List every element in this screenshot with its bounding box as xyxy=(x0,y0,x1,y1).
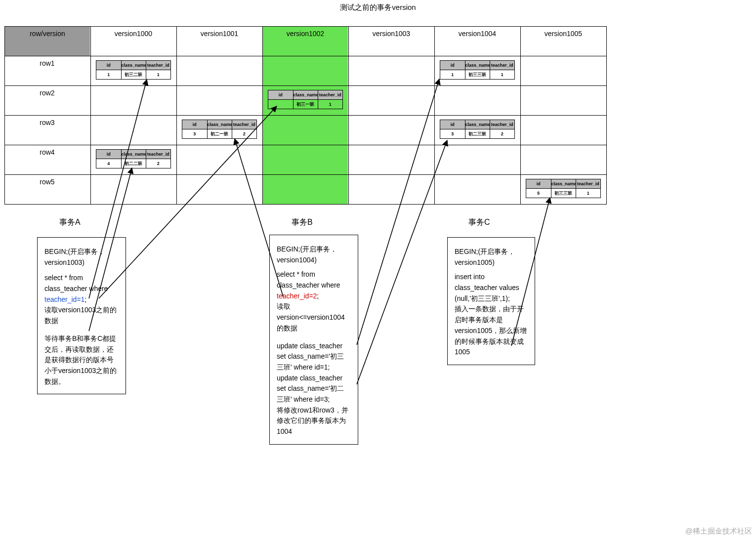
td: 初二三班 xyxy=(465,129,490,139)
col-header-v1002: version1002 xyxy=(262,30,348,38)
td: 1 xyxy=(146,70,170,80)
td: 初三三班 xyxy=(551,189,576,198)
tx-a-read: 读取version1003之前的数据 xyxy=(44,305,119,326)
minitable-r1-v1004: id class_name teacher_id 1 初三三班 1 xyxy=(440,60,515,80)
col-header-rowver: row/version xyxy=(4,30,90,38)
col-header-v1005: version1005 xyxy=(520,30,606,38)
td: 4 xyxy=(96,159,121,168)
tx-b-note: 将修改row1和row3，并修改它们的事务版本为1004 xyxy=(277,405,351,437)
th-teacherid: teacher_id xyxy=(490,61,514,70)
th-teacherid: teacher_id xyxy=(146,61,170,70)
grid-line xyxy=(4,174,606,175)
text: select * from class_teacher where xyxy=(277,270,340,289)
row-label-3: row3 xyxy=(4,119,90,126)
minitable-r5-v1005: id class_name teacher_id 5 初三三班 1 xyxy=(526,179,601,198)
th-classname: class_name xyxy=(207,120,232,129)
row-label-5: row5 xyxy=(4,178,90,186)
svg-line-5 xyxy=(357,140,447,384)
th-classname: class_name xyxy=(465,61,490,70)
svg-line-4 xyxy=(357,79,439,345)
td: 初三二班 xyxy=(121,70,146,80)
tx-c-label: 事务C xyxy=(468,217,490,228)
td: 2 xyxy=(490,129,514,139)
th-classname: class_name xyxy=(293,90,318,100)
th-id: id xyxy=(440,61,465,70)
td: 2 xyxy=(146,159,170,168)
th-id: id xyxy=(96,150,121,159)
td: 2 xyxy=(232,129,256,139)
td: 1 xyxy=(96,70,121,80)
td: 初三一班 xyxy=(293,100,318,109)
tx-b-upd2: update class_teacher set class_name='初二三… xyxy=(277,373,351,405)
minitable-r3-v1004: id class_name teacher_id 3 初二三班 2 xyxy=(440,120,515,139)
tx-b-upd1: update class_teacher set class_name='初三三… xyxy=(277,341,351,373)
tx-b-select: select * from class_teacher where teache… xyxy=(277,269,351,301)
text: ; xyxy=(317,292,319,300)
tx-b-label: 事务B xyxy=(292,217,313,228)
grid-line xyxy=(262,26,263,205)
th-teacherid: teacher_id xyxy=(232,120,256,129)
td: 1 xyxy=(576,189,600,198)
grid-line xyxy=(4,26,606,27)
td: 初二一班 xyxy=(207,129,232,139)
th-id: id xyxy=(268,90,293,100)
tx-a-label: 事务A xyxy=(59,217,81,228)
tx-b-begin: BEGIN;(开启事务，version1004) xyxy=(277,244,351,265)
grid-line xyxy=(348,26,349,205)
minitable-r1-v1000: id class_name teacher_id 1 初三二班 1 xyxy=(96,60,171,80)
grid-line xyxy=(4,204,606,205)
th-id: id xyxy=(96,61,121,70)
td: 1 xyxy=(318,100,342,109)
tx-a-select: select * from class_teacher where teache… xyxy=(44,273,119,305)
tx-c-box: BEGIN;(开启事务，version1005) insert into cla… xyxy=(447,237,535,365)
th-teacherid: teacher_id xyxy=(576,179,600,189)
watermark: @稀土掘金技术社区 xyxy=(685,527,752,536)
th-teacherid: teacher_id xyxy=(318,90,342,100)
grid-line xyxy=(4,85,606,86)
row-label-4: row4 xyxy=(4,148,90,156)
td: 3 xyxy=(182,129,207,139)
text: ; xyxy=(84,295,86,303)
th-id: id xyxy=(182,120,207,129)
td: 1 xyxy=(490,70,514,80)
text-hl: teacher_id=1 xyxy=(44,295,84,303)
minitable-r3-v1001: id class_name teacher_id 3 初二一班 2 xyxy=(182,120,257,139)
grid-line xyxy=(90,26,91,205)
minitable-r4-v1000: id class_name teacher_id 4 初二二班 2 xyxy=(96,149,171,168)
row-label-1: row1 xyxy=(4,59,90,67)
minitable-r2-v1002: id class_name teacher_id 初三一班 1 xyxy=(268,90,343,109)
td: 初三三班 xyxy=(465,70,490,80)
text: select * from class_teacher where xyxy=(44,274,108,292)
col-header-v1000: version1000 xyxy=(90,30,176,38)
th-classname: class_name xyxy=(551,179,576,189)
tx-c-begin: BEGIN;(开启事务，version1005) xyxy=(455,247,528,268)
th-id: id xyxy=(440,120,465,129)
td: 初二二班 xyxy=(121,159,146,168)
grid-line xyxy=(176,26,177,205)
tx-c-note: 插入一条数据，由于开启时事务版本是version1005，那么新增的时候事务版本… xyxy=(455,304,528,357)
th-classname: class_name xyxy=(465,120,490,129)
diagram-title: 测试之前的事务version xyxy=(0,3,756,12)
tx-a-box: BEGIN;(开启事务，version1003) select * from c… xyxy=(37,237,126,394)
tx-a-begin: BEGIN;(开启事务，version1003) xyxy=(44,247,119,268)
grid-line xyxy=(606,26,607,205)
grid-line xyxy=(4,115,606,116)
grid-line xyxy=(4,56,606,56)
th-teacherid: teacher_id xyxy=(146,150,170,159)
td xyxy=(268,100,293,109)
grid-line xyxy=(434,26,435,205)
tx-a-note: 等待事务B和事务C都提交后，再读取数据，还是获得数据行的版本号小于version… xyxy=(44,333,119,387)
td: 1 xyxy=(440,70,465,80)
row-label-2: row2 xyxy=(4,89,90,97)
th-id: id xyxy=(526,179,551,189)
grid-line xyxy=(4,145,606,145)
tx-c-insert: insert into class_teacher values (null,'… xyxy=(455,272,528,304)
th-teacherid: teacher_id xyxy=(490,120,514,129)
col-header-v1004: version1004 xyxy=(434,30,520,38)
td: 3 xyxy=(440,129,465,139)
th-classname: class_name xyxy=(121,150,146,159)
col-header-v1001: version1001 xyxy=(176,30,262,38)
grid-line xyxy=(520,26,521,205)
tx-b-read: 读取version<=version1004的数据 xyxy=(277,301,351,333)
tx-b-box: BEGIN;(开启事务，version1004) select * from c… xyxy=(269,235,358,445)
